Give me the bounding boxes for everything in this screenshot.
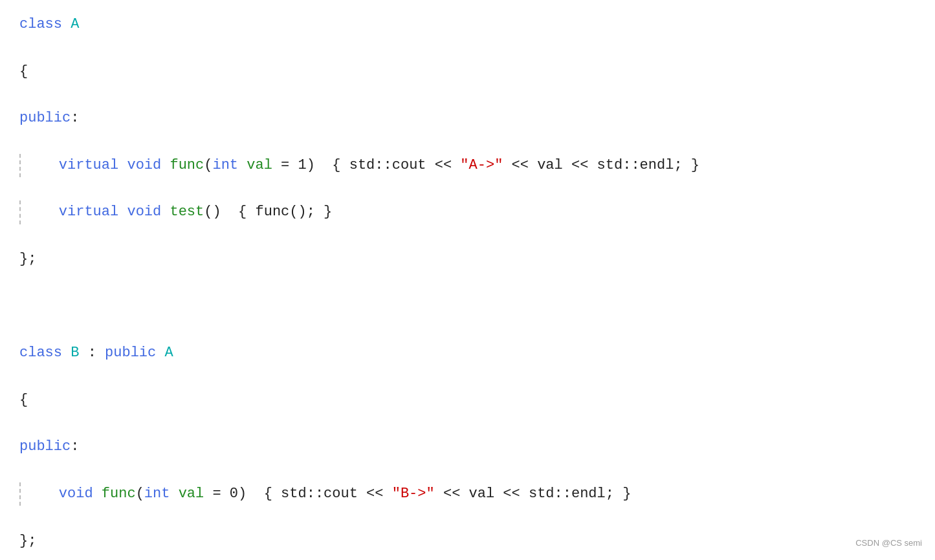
code-line-10: public: bbox=[19, 435, 916, 458]
code-line-9: { bbox=[19, 389, 916, 412]
code-line-5: virtual void test() { func(); } bbox=[19, 200, 916, 224]
code-line-3: public: bbox=[19, 107, 916, 130]
code-line-4: virtual void func(int val = 1) { std::co… bbox=[19, 154, 916, 177]
code-line-11: void func(int val = 0) { std::cout << "B… bbox=[19, 482, 916, 506]
code-line-6: }; bbox=[19, 248, 916, 271]
code-line-2: { bbox=[19, 60, 916, 83]
code-line-7 bbox=[19, 295, 916, 318]
code-line-1: class A bbox=[19, 13, 916, 36]
code-container: class A { public: virtual void func(int … bbox=[19, 13, 916, 560]
watermark: CSDN @CS semi bbox=[855, 537, 922, 550]
code-line-12: }; bbox=[19, 530, 916, 553]
code-pre: class A { public: virtual void func(int … bbox=[19, 13, 916, 560]
code-line-8: class B : public A bbox=[19, 341, 916, 365]
